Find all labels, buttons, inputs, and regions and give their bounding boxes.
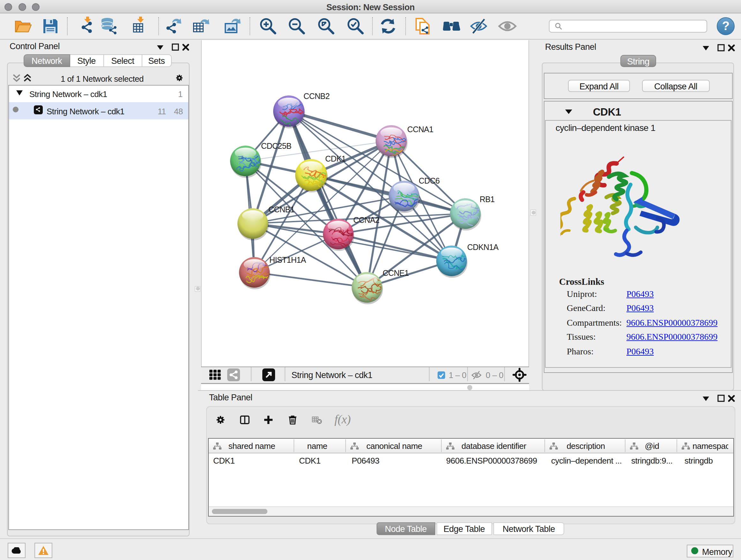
svg-text:CDC25B: CDC25B [261,141,291,150]
svg-text:CCNE1: CCNE1 [383,268,409,277]
svg-text:CDC6: CDC6 [419,176,440,185]
svg-text:CCNB1: CCNB1 [268,205,294,213]
svg-text:CCNA2: CCNA2 [353,215,380,224]
svg-text:HIST1H1A: HIST1H1A [269,255,307,264]
svg-text:CDKN1A: CDKN1A [467,242,499,251]
svg-text:CCNA1: CCNA1 [407,125,433,133]
svg-text:CDK1: CDK1 [325,154,346,163]
svg-text:CCNB2: CCNB2 [304,91,330,100]
svg-text:RB1: RB1 [480,194,495,203]
